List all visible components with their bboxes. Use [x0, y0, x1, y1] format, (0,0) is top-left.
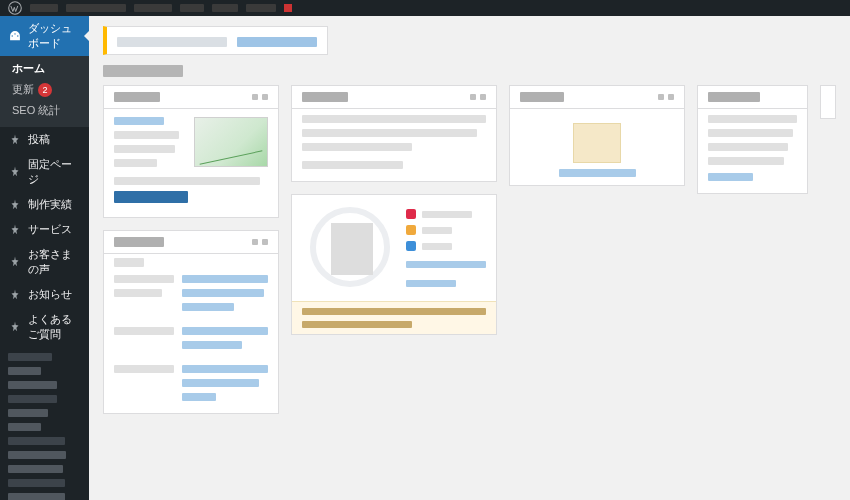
toolbar-item-blur[interactable] [246, 4, 276, 12]
widget-controls[interactable] [252, 94, 268, 100]
menu-item-blur[interactable] [8, 451, 66, 459]
section-label-blur [114, 258, 144, 267]
widget-collapsed[interactable] [820, 85, 836, 119]
blur-line [302, 321, 412, 328]
wordpress-logo-icon[interactable] [8, 1, 22, 15]
blur-line [114, 159, 157, 167]
toolbar-item-blur[interactable] [180, 4, 204, 12]
menu-item-blur[interactable] [8, 381, 57, 389]
menu-dashboard[interactable]: ダッシュボード [0, 16, 89, 56]
menu-投稿[interactable]: 投稿 [0, 127, 89, 152]
legend-swatch-critical [406, 209, 416, 219]
menu-item-blur[interactable] [8, 367, 41, 375]
blur-line [302, 129, 477, 137]
dashboard-widgets [103, 85, 836, 414]
menu-サービス[interactable]: サービス [0, 217, 89, 242]
blur-line[interactable] [182, 289, 264, 297]
menu-お知らせ[interactable]: お知らせ [0, 282, 89, 307]
blur-line [302, 161, 403, 169]
blur-line[interactable] [182, 393, 216, 401]
submenu-seo-stats[interactable]: SEO 統計 [0, 100, 89, 121]
main-content [89, 16, 850, 500]
menu-よくあるご質問[interactable]: よくあるご質問 [0, 307, 89, 347]
notice-link-blur[interactable] [237, 37, 317, 47]
toolbar-item-blur[interactable] [66, 4, 126, 12]
menu-制作実績[interactable]: 制作実績 [0, 192, 89, 217]
blur-line [114, 289, 162, 297]
toolbar-item-blur[interactable] [30, 4, 58, 12]
blur-line [302, 308, 486, 315]
menu-label: よくあるご質問 [28, 312, 81, 342]
menu-お客さまの声[interactable]: お客さまの声 [0, 242, 89, 282]
seo-score-thumb [331, 223, 373, 275]
widget-title-blur [114, 237, 164, 247]
dashboard-icon [8, 29, 22, 43]
menu-label: 投稿 [28, 132, 50, 147]
blur-line[interactable] [406, 261, 486, 268]
menu-固定ページ[interactable]: 固定ページ [0, 152, 89, 192]
submenu-updates[interactable]: 更新 2 [0, 79, 89, 100]
widget-wp-news [697, 85, 808, 194]
blur-highlight[interactable] [114, 191, 188, 203]
menu-label: サービス [28, 222, 72, 237]
blur-line[interactable] [182, 379, 259, 387]
widget-controls[interactable] [252, 239, 268, 245]
page-title [103, 65, 836, 77]
toolbar-notification-dot[interactable] [284, 4, 292, 12]
submenu-dashboard: ホーム 更新 2 SEO 統計 [0, 56, 89, 127]
blur-line [708, 115, 797, 123]
admin-toolbar [0, 0, 850, 16]
blur-line [302, 115, 486, 123]
blur-line [708, 129, 793, 137]
widget-controls[interactable] [470, 94, 486, 100]
submenu-home[interactable]: ホーム [0, 58, 89, 79]
thumbnail-placeholder [573, 123, 621, 163]
blur-line [708, 143, 788, 151]
blur-line [114, 275, 174, 283]
menu-item-blur[interactable] [8, 423, 41, 431]
blur-line [114, 365, 174, 373]
blur-line [302, 143, 412, 151]
menu-item-blur[interactable] [8, 395, 57, 403]
widget-controls[interactable] [658, 94, 674, 100]
blur-line[interactable] [182, 327, 268, 335]
widget-activity [103, 230, 279, 414]
toolbar-item-blur[interactable] [212, 4, 238, 12]
admin-notice [103, 26, 328, 55]
menu-label: 制作実績 [28, 197, 72, 212]
blur-line [114, 177, 260, 185]
widget-title-blur [114, 92, 160, 102]
blur-line [114, 117, 164, 125]
widget-title-blur [520, 92, 564, 102]
page-title-blur [103, 65, 183, 77]
seo-score-donut [310, 207, 390, 287]
blur-line[interactable] [708, 173, 753, 181]
legend-label-blur [422, 227, 452, 234]
blur-line[interactable] [182, 365, 268, 373]
legend-label-blur [422, 211, 472, 218]
blur-line[interactable] [406, 280, 456, 287]
pin-icon [8, 255, 22, 269]
pin-icon [8, 133, 22, 147]
blur-line[interactable] [559, 169, 636, 177]
menu-item-blur[interactable] [8, 493, 65, 500]
blur-line [114, 145, 175, 153]
pin-icon [8, 165, 22, 179]
aioseo-upsell-footer [292, 301, 496, 334]
update-count-badge: 2 [38, 83, 52, 97]
site-health-chart-thumb [194, 117, 268, 167]
menu-item-blur[interactable] [8, 409, 48, 417]
menu-label: お知らせ [28, 287, 72, 302]
blur-line[interactable] [182, 303, 234, 311]
widget-title-blur [708, 92, 760, 102]
menu-item-blur[interactable] [8, 479, 65, 487]
blur-line[interactable] [182, 341, 242, 349]
menu-item-blur[interactable] [8, 465, 63, 473]
menu-item-blur[interactable] [8, 353, 52, 361]
blur-line [708, 157, 784, 165]
admin-sidebar: ダッシュボード ホーム 更新 2 SEO 統計 投稿固定ページ制作実績サービスお… [0, 16, 89, 500]
toolbar-item-blur[interactable] [134, 4, 172, 12]
menu-item-blur[interactable] [8, 437, 65, 445]
blur-line[interactable] [182, 275, 268, 283]
widget-at-a-glance [291, 85, 497, 182]
